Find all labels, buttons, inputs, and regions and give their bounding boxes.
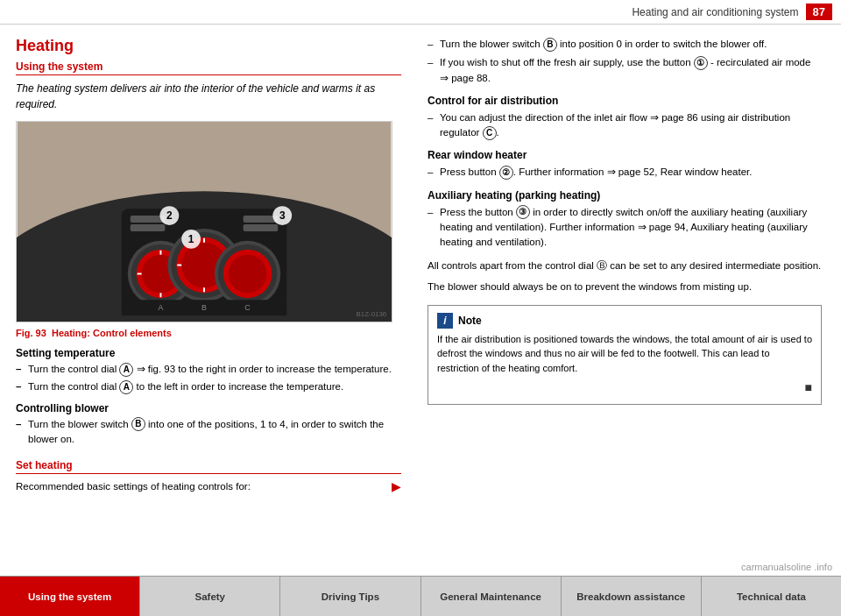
subsection-set-heating: Set heating [16, 459, 401, 474]
nav-item-using-system[interactable]: Using the system [0, 577, 140, 616]
end-marker: ■ [437, 379, 812, 397]
temp-bullet-2: – Turn the control dial A to the left in… [16, 379, 401, 394]
car-image: A B C 1 2 3 B1Z-0136 [16, 121, 392, 322]
svg-point-22 [229, 255, 267, 294]
nav-label-safety: Safety [194, 591, 225, 602]
note-text: If the air distribution is positioned to… [437, 332, 812, 376]
setting-temperature-label: Setting temperature [16, 347, 401, 359]
page-number: 87 [806, 4, 832, 20]
header-title: Heating and air conditioning system [632, 6, 798, 18]
image-caption: Fig. 93 Heating: Control elements [16, 328, 401, 338]
note-box: i Note If the air distribution is positi… [428, 305, 822, 406]
svg-text:3: 3 [279, 209, 286, 222]
aux-heating-label: Auxiliary heating (parking heating) [428, 188, 822, 203]
subsection-using-system: Using the system [16, 60, 401, 75]
nav-item-technical[interactable]: Technical data [702, 577, 841, 616]
right-column: – Turn the blower switch B into position… [419, 37, 822, 533]
set-heating-text: Recommended basic settings of heating co… [16, 481, 251, 492]
svg-rect-26 [244, 224, 279, 231]
nav-item-breakdown[interactable]: Breakdown assistance [562, 577, 702, 616]
nav-label-using: Using the system [28, 591, 111, 602]
bottom-nav: Using the system Safety Driving Tips Gen… [0, 576, 841, 616]
svg-text:1: 1 [188, 233, 194, 245]
right-rear-window: – Press button ②. Further information ⇒ … [428, 165, 822, 180]
blower-bullet-1: – Turn the blower switch B into one of t… [16, 417, 401, 448]
control-air-label: Control for air distribution [428, 93, 822, 109]
note-icon: i [437, 313, 453, 329]
header-bar: Heating and air conditioning system 87 [0, 0, 841, 25]
right-blower-off: – Turn the blower switch B into position… [428, 37, 822, 52]
nav-label-maintenance: General Maintenance [440, 591, 541, 602]
rear-window-label: Rear window heater [428, 147, 822, 163]
right-fresh-air: – If you wish to shut off the fresh air … [428, 55, 822, 86]
nav-item-maintenance[interactable]: General Maintenance [421, 577, 562, 616]
note-header: i Note [437, 313, 812, 329]
caption-prefix: Fig. 93 [16, 328, 46, 338]
para1: All controls apart from the control dial… [428, 258, 822, 273]
svg-rect-24 [131, 224, 166, 231]
arrow-right-icon: ▶ [392, 479, 401, 493]
nav-label-driving: Driving Tips [322, 591, 379, 602]
svg-rect-23 [131, 216, 166, 223]
controlling-blower-label: Controlling blower [16, 402, 401, 414]
svg-text:2: 2 [166, 209, 173, 222]
svg-text:B1Z-0136: B1Z-0136 [356, 310, 386, 318]
right-air-dist: – You can adjust the direction of the in… [428, 110, 822, 141]
section-title: Heating [16, 37, 401, 55]
nav-item-safety[interactable]: Safety [140, 577, 280, 616]
nav-item-driving-tips[interactable]: Driving Tips [280, 577, 420, 616]
watermark: carmanualsoline .info [741, 562, 832, 572]
temp-bullet-1: – Turn the control dial A ⇒ fig. 93 to t… [16, 362, 401, 377]
caption-text: Heating: Control elements [52, 328, 172, 338]
set-heating-row: Recommended basic settings of heating co… [16, 479, 401, 493]
intro-text: The heating system delivers air into the… [16, 81, 401, 112]
right-aux-heating: – Press the button ③ in order to directl… [428, 205, 822, 251]
note-label: Note [458, 313, 482, 329]
svg-text:B: B [201, 303, 207, 312]
nav-label-technical: Technical data [737, 591, 806, 602]
main-content: Heating Using the system The heating sys… [0, 25, 841, 542]
left-column: Heating Using the system The heating sys… [16, 37, 419, 533]
para2: The blower should always be on to preven… [428, 280, 822, 294]
nav-label-breakdown: Breakdown assistance [576, 591, 685, 602]
svg-rect-25 [244, 216, 279, 223]
svg-text:C: C [244, 303, 251, 312]
svg-text:A: A [158, 303, 163, 312]
